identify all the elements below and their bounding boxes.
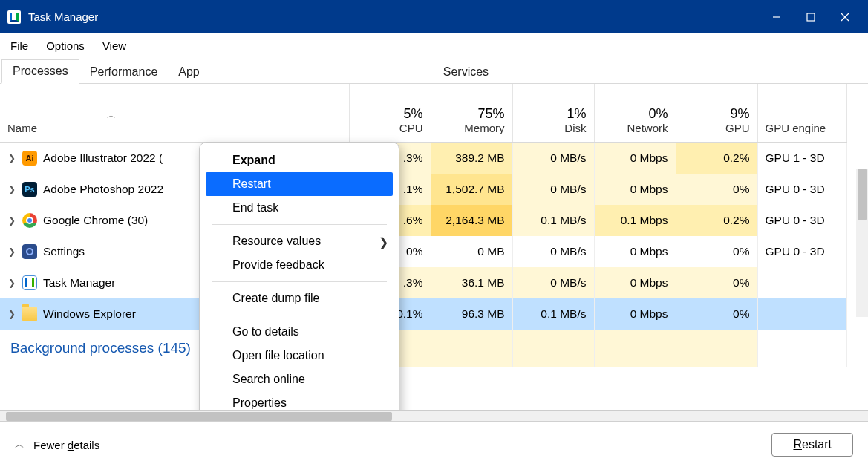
- cell-gpu-engine: GPU 0 - 3D: [757, 236, 846, 267]
- col-network[interactable]: 0% Network: [594, 84, 676, 142]
- ctx-separator: [212, 224, 387, 225]
- cell-gpu: 0%: [676, 298, 757, 330]
- col-cpu[interactable]: 5% CPU: [349, 84, 431, 142]
- ctx-expand[interactable]: Expand: [200, 148, 399, 172]
- process-name: Google Chrome (30): [43, 214, 148, 227]
- expand-icon[interactable]: ❯: [7, 278, 16, 288]
- process-name: Windows Explorer: [43, 307, 136, 321]
- table-row[interactable]: ❯ Settings 0% 0 MB 0 MB/s 0 Mbps 0% GPU …: [0, 236, 846, 267]
- cell-disk: 0.1 MB/s: [512, 298, 594, 330]
- expand-icon[interactable]: ❯: [7, 215, 16, 226]
- col-gpu-engine[interactable]: GPU engine: [757, 84, 846, 142]
- cell-memory: 1,502.7 MB: [431, 174, 512, 205]
- ctx-search-online[interactable]: Search online: [200, 367, 399, 391]
- table-row[interactable]: ❯ Ai Adobe Illustrator 2022 ( .3% 389.2 …: [0, 142, 846, 174]
- table-row[interactable]: ❯ Google Chrome (30) .6% 2,164.3 MB 0.1 …: [0, 205, 846, 236]
- footer: ︿ Fewer details Restart: [0, 421, 868, 458]
- vertical-scrollbar-thumb[interactable]: [858, 169, 867, 220]
- ai-icon: Ai: [22, 151, 37, 166]
- cell-gpu-engine: GPU 1 - 3D: [757, 142, 846, 174]
- chevron-right-icon: ❯: [379, 235, 388, 249]
- window-title: Task Manager: [28, 10, 98, 23]
- ctx-restart[interactable]: Restart: [206, 172, 393, 196]
- settings-icon: [22, 244, 37, 259]
- cell-memory: 2,164.3 MB: [431, 205, 512, 236]
- ctx-end-task[interactable]: End task: [200, 196, 399, 220]
- cell-memory: 389.2 MB: [431, 142, 512, 174]
- cell-disk: 0 MB/s: [512, 174, 594, 205]
- tab-processes[interactable]: Processes: [1, 59, 79, 84]
- process-table-area: ︿ Name 5% CPU 75% Memory 1% Disk 0% Ne: [0, 84, 868, 410]
- process-table: ︿ Name 5% CPU 75% Memory 1% Disk 0% Ne: [0, 84, 847, 367]
- ctx-resource-values[interactable]: Resource values ❯: [200, 229, 399, 253]
- cell-disk: 0 MB/s: [512, 267, 594, 298]
- tab-services[interactable]: Services: [433, 61, 499, 83]
- ctx-open-file-location[interactable]: Open file location: [200, 344, 399, 367]
- chevron-up-icon: ︿: [15, 438, 25, 451]
- ctx-create-dump[interactable]: Create dump file: [200, 287, 399, 310]
- cell-network: 0 Mbps: [594, 236, 676, 267]
- cell-memory: 96.3 MB: [431, 298, 512, 330]
- cell-gpu: 0%: [676, 236, 757, 267]
- cell-gpu-engine: [757, 298, 846, 330]
- cell-gpu: 0.2%: [676, 205, 757, 236]
- minimize-button[interactable]: [760, 0, 794, 33]
- folder-icon: [22, 307, 37, 321]
- ctx-properties[interactable]: Properties: [200, 391, 399, 410]
- sort-arrow-icon: ︿: [104, 109, 119, 122]
- ctx-separator: [212, 281, 387, 282]
- process-name: Adobe Illustrator 2022 (: [43, 151, 163, 165]
- ctx-go-to-details[interactable]: Go to details: [200, 320, 399, 344]
- fewer-details-link[interactable]: Fewer details: [33, 439, 99, 451]
- cell-memory: 0 MB: [431, 236, 512, 267]
- close-button[interactable]: [828, 0, 862, 33]
- ctx-separator: [212, 315, 387, 315]
- cell-gpu: 0%: [676, 267, 757, 298]
- col-gpu[interactable]: 9% GPU: [676, 84, 757, 142]
- maximize-button[interactable]: [794, 0, 828, 33]
- svg-rect-1: [807, 13, 815, 21]
- col-name[interactable]: ︿ Name: [0, 84, 349, 142]
- tm-icon: [22, 275, 37, 290]
- cell-disk: 0 MB/s: [512, 236, 594, 267]
- menu-view[interactable]: View: [95, 36, 134, 55]
- expand-icon[interactable]: ❯: [7, 184, 16, 194]
- cell-disk: 0 MB/s: [512, 142, 594, 174]
- process-name: Settings: [43, 245, 85, 258]
- cell-network: 0 Mbps: [594, 298, 676, 330]
- cell-network: 0 Mbps: [594, 142, 676, 174]
- chrome-icon: [22, 213, 37, 228]
- cell-gpu-engine: GPU 0 - 3D: [757, 205, 846, 236]
- col-disk[interactable]: 1% Disk: [512, 84, 594, 142]
- process-name: Adobe Photoshop 2022: [43, 183, 163, 196]
- table-row[interactable]: ❯ Task Manager .3% 36.1 MB 0 MB/s 0 Mbps…: [0, 267, 846, 298]
- restart-button[interactable]: Restart: [771, 433, 853, 457]
- app-icon: [7, 10, 21, 24]
- menu-options[interactable]: Options: [39, 36, 92, 55]
- cell-network: 0 Mbps: [594, 267, 676, 298]
- expand-icon[interactable]: ❯: [7, 309, 16, 319]
- horizontal-scrollbar[interactable]: [0, 410, 868, 421]
- menu-file[interactable]: File: [3, 36, 36, 55]
- cell-gpu-engine: [757, 267, 846, 298]
- col-memory[interactable]: 75% Memory: [431, 84, 512, 142]
- cell-memory: 36.1 MB: [431, 267, 512, 298]
- ps-icon: Ps: [22, 182, 37, 197]
- cell-gpu: 0.2%: [676, 142, 757, 174]
- tabbar: Processes Performance App Services: [0, 57, 868, 84]
- cell-network: 0.1 Mbps: [594, 205, 676, 236]
- context-menu: Expand Restart End task Resource values …: [199, 142, 399, 410]
- horizontal-scrollbar-thumb[interactable]: [6, 412, 392, 421]
- table-row[interactable]: ❯ Windows Explorer 0.1% 96.3 MB 0.1 MB/s…: [0, 298, 846, 330]
- expand-icon[interactable]: ❯: [7, 246, 16, 257]
- process-name: Task Manager: [43, 276, 115, 289]
- group-header-background[interactable]: Background processes (145): [0, 330, 846, 367]
- vertical-scrollbar[interactable]: [856, 169, 868, 317]
- cell-network: 0 Mbps: [594, 174, 676, 205]
- menubar: File Options View: [0, 33, 868, 57]
- table-row[interactable]: ❯ Ps Adobe Photoshop 2022 .1% 1,502.7 MB…: [0, 174, 846, 205]
- tab-app-history[interactable]: App: [168, 61, 209, 83]
- expand-icon[interactable]: ❯: [7, 153, 16, 163]
- tab-performance[interactable]: Performance: [79, 61, 169, 83]
- ctx-provide-feedback[interactable]: Provide feedback: [200, 253, 399, 277]
